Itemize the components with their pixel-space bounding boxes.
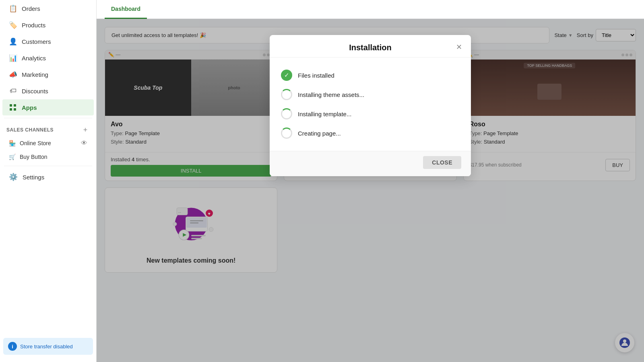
discounts-icon: 🏷 [9, 87, 17, 95]
buy-button-icon: 🛒 [9, 154, 16, 160]
close-modal-button[interactable]: CLOSE [423, 156, 461, 169]
modal-header: Installation ✕ [270, 35, 471, 58]
sales-channels-header: SALES CHANNELS + [0, 121, 96, 136]
svg-rect-0 [10, 104, 12, 107]
installation-modal: Installation ✕ ✓ Files installed Install… [270, 35, 471, 176]
sidebar-label-products: Products [22, 22, 45, 29]
sidebar-label-orders: Orders [22, 5, 40, 12]
apps-icon [9, 103, 17, 111]
sidebar-nav: 📋 Orders 🏷️ Products 👤 Customers 📊 Analy… [0, 0, 96, 335]
install-step-files: ✓ Files installed [281, 66, 460, 85]
sidebar-item-products[interactable]: 🏷️ Products [2, 17, 94, 33]
sidebar-item-analytics[interactable]: 📊 Analytics [2, 50, 94, 66]
sidebar-divider-2 [4, 166, 92, 166]
step-page-label: Creating page... [298, 130, 341, 137]
sidebar-item-orders[interactable]: 📋 Orders [2, 0, 94, 16]
modal-footer: CLOSE [270, 151, 471, 176]
settings-icon: ⚙️ [9, 173, 18, 181]
sales-channels-label: SALES CHANNELS [6, 127, 54, 133]
sidebar-label-analytics: Analytics [22, 55, 46, 62]
step-files-label: Files installed [298, 72, 334, 79]
content-area: Get unlimited access to all templates! 🎉… [97, 19, 644, 362]
main-content: Dashboard Get unlimited access to all te… [97, 0, 644, 362]
sidebar-item-settings[interactable]: ⚙️ Settings [2, 169, 94, 185]
step-theme-icon [281, 89, 292, 100]
step-template-icon [281, 108, 292, 119]
install-step-theme: Installing theme assets... [281, 85, 460, 104]
modal-title: Installation [349, 43, 392, 52]
modal-body: ✓ Files installed Installing theme asset… [270, 58, 471, 151]
sidebar: 📋 Orders 🏷️ Products 👤 Customers 📊 Analy… [0, 0, 97, 362]
buy-button-label: Buy Button [20, 154, 47, 160]
step-template-label: Installing template... [298, 111, 351, 117]
analytics-icon: 📊 [9, 54, 17, 62]
sidebar-label-marketing: Marketing [22, 71, 48, 78]
tab-bar: Dashboard [97, 0, 644, 19]
sidebar-item-buy-button[interactable]: 🛒 Buy Button [2, 150, 94, 163]
sidebar-label-discounts: Discounts [22, 88, 48, 95]
sidebar-label-customers: Customers [22, 38, 51, 45]
online-store-eye-icon[interactable]: 👁 [81, 140, 87, 147]
customers-icon: 👤 [9, 37, 17, 45]
install-step-template: Installing template... [281, 104, 460, 123]
svg-rect-1 [14, 104, 16, 107]
svg-rect-3 [14, 108, 16, 111]
marketing-icon: 📣 [9, 70, 17, 78]
sidebar-item-marketing[interactable]: 📣 Marketing [2, 66, 94, 82]
store-transfer-label: Store transfer disabled [20, 343, 73, 350]
add-sales-channel-button[interactable]: + [81, 125, 90, 134]
modal-overlay: Installation ✕ ✓ Files installed Install… [97, 19, 644, 362]
step-theme-label: Installing theme assets... [298, 91, 364, 98]
store-transfer-banner[interactable]: i Store transfer disabled [3, 338, 93, 355]
orders-icon: 📋 [9, 4, 17, 12]
tab-dashboard[interactable]: Dashboard [105, 0, 147, 19]
sidebar-label-apps: Apps [22, 104, 37, 111]
step-page-icon [281, 128, 292, 139]
install-step-page: Creating page... [281, 123, 460, 143]
tab-dashboard-label: Dashboard [111, 6, 140, 12]
products-icon: 🏷️ [9, 21, 17, 29]
sidebar-item-online-store[interactable]: 🏪 Online Store 👁 [2, 136, 94, 150]
modal-close-button[interactable]: ✕ [453, 41, 464, 53]
sidebar-divider [4, 118, 92, 118]
settings-label: Settings [23, 174, 44, 181]
online-store-label: Online Store [20, 140, 51, 146]
sidebar-item-apps[interactable]: Apps [2, 99, 94, 115]
sidebar-item-customers[interactable]: 👤 Customers [2, 33, 94, 49]
svg-rect-2 [10, 108, 12, 111]
step-files-icon: ✓ [281, 70, 292, 81]
sidebar-item-discounts[interactable]: 🏷 Discounts [2, 83, 94, 99]
online-store-icon: 🏪 [9, 140, 16, 146]
info-icon: i [8, 342, 17, 351]
